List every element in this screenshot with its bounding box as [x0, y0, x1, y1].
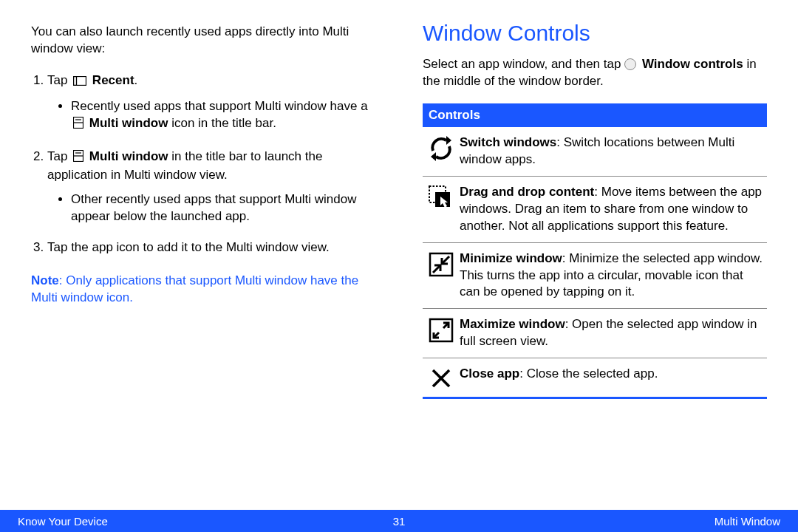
- step-1: Tap Recent. Recently used apps that supp…: [47, 72, 375, 134]
- s1b-b: Multi window: [86, 116, 168, 130]
- control-row-minimize: Minimize window: Minimize the selected a…: [423, 243, 767, 310]
- control-row-switch: Switch windows: Switch locations between…: [423, 127, 767, 177]
- control-text: Close app: Close the selected app.: [460, 366, 764, 383]
- step-2: Tap Multi window in the title bar to lau…: [47, 149, 375, 225]
- section-intro: Select an app window, and then tap Windo…: [423, 56, 767, 90]
- step1-bold: Recent: [89, 73, 134, 87]
- note-body: : Only applications that support Multi w…: [31, 273, 358, 304]
- svg-marker-9: [431, 152, 436, 161]
- drag-drop-icon: [423, 184, 460, 211]
- t: Drag and drop content: [460, 185, 594, 199]
- b: : Close the selected app.: [519, 366, 658, 381]
- s1b-c: icon in the title bar.: [168, 116, 276, 130]
- s1b-a: Recently used apps that support Multi wi…: [71, 99, 368, 113]
- svg-rect-1: [74, 76, 77, 85]
- step1-bullet: Recently used apps that support Multi wi…: [71, 98, 375, 134]
- step2-prefix: Tap: [47, 149, 71, 163]
- controls-bar: Controls: [423, 103, 767, 127]
- maximize-icon: [423, 316, 460, 343]
- t: Minimize window: [460, 251, 562, 265]
- note-label: Note: [31, 273, 59, 287]
- multiwindow-icon: [73, 150, 83, 167]
- control-text: Minimize window: Minimize the selected a…: [460, 250, 764, 301]
- step2-bold: Multi window: [86, 149, 168, 163]
- step2-bullet: Other recently used apps that support Mu…: [71, 191, 375, 225]
- footer-left: Know Your Device: [18, 515, 108, 528]
- minimize-icon: [423, 250, 460, 277]
- section-heading: Window Controls: [423, 21, 767, 46]
- control-row-close: Close app: Close the selected app.: [423, 358, 767, 399]
- step1-suffix: .: [134, 73, 138, 87]
- recent-icon: [73, 74, 86, 91]
- svg-line-14: [443, 256, 449, 263]
- intro-bold: Window controls: [638, 57, 743, 71]
- window-controls-icon: [624, 58, 636, 70]
- t: Switch windows: [460, 135, 556, 149]
- step-3: Tap the app icon to add it to the Multi …: [47, 239, 375, 256]
- multiwindow-icon: [73, 117, 83, 134]
- close-icon: [423, 366, 460, 389]
- control-text: Drag and drop content: Move items betwee…: [460, 184, 764, 235]
- control-row-maximize: Maximize window: Open the selected app w…: [423, 309, 767, 358]
- intro-text: You can also launch recently used apps d…: [31, 24, 375, 58]
- note: Note: Only applications that support Mul…: [31, 273, 375, 307]
- page-footer: Know Your Device 31 Multi Window: [0, 510, 798, 532]
- control-text: Maximize window: Open the selected app w…: [460, 316, 764, 350]
- svg-marker-8: [446, 136, 451, 145]
- control-row-drag: Drag and drop content: Move items betwee…: [423, 177, 767, 243]
- intro-a: Select an app window, and then tap: [423, 57, 624, 71]
- switch-windows-icon: [423, 134, 460, 161]
- t: Maximize window: [460, 317, 565, 331]
- svg-rect-0: [74, 76, 86, 85]
- t: Close app: [460, 366, 519, 381]
- step1-prefix: Tap: [47, 73, 71, 87]
- svg-line-13: [433, 266, 440, 273]
- control-text: Switch windows: Switch locations between…: [460, 134, 764, 168]
- footer-page-number: 31: [393, 515, 406, 528]
- footer-right: Multi Window: [715, 515, 780, 528]
